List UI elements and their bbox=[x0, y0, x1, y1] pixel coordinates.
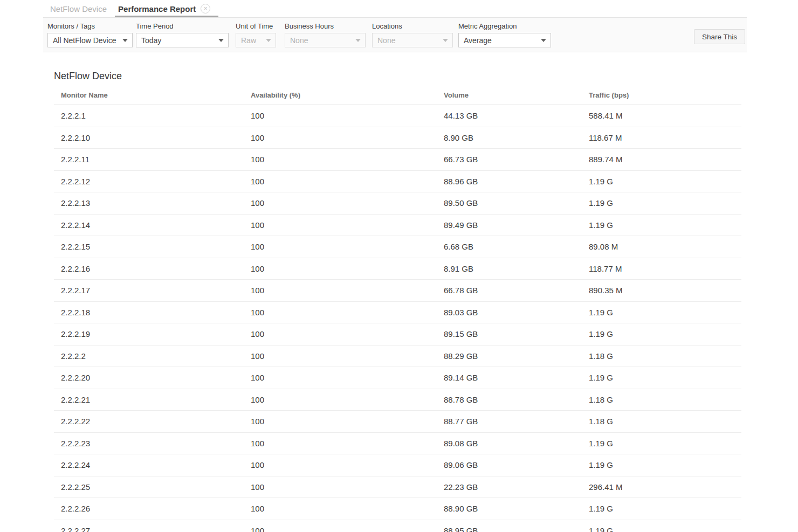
share-this-button[interactable]: Share This bbox=[694, 29, 745, 44]
volume-cell: 89.50 GB bbox=[437, 192, 582, 215]
monitor-name-cell: 2.2.2.12 bbox=[54, 170, 244, 192]
table-row: 2.2.2.2710088.95 GB1.19 G bbox=[54, 520, 741, 532]
volume-cell: 89.15 GB bbox=[437, 323, 582, 346]
availability-cell: 100 bbox=[244, 389, 437, 411]
table-header-row: Monitor NameAvailability (%)VolumeTraffi… bbox=[54, 89, 741, 105]
volume-cell: 88.78 GB bbox=[437, 389, 582, 411]
filter-business-hours: Business HoursNone bbox=[285, 22, 366, 47]
filter-unit-of-time: Unit of TimeRaw bbox=[236, 22, 276, 47]
table-row: 2.2.2.1310089.50 GB1.19 G bbox=[54, 192, 741, 215]
table-row: 2.2.2.2210088.77 GB1.18 G bbox=[54, 411, 741, 433]
traffic-cell: 588.41 M bbox=[582, 105, 741, 127]
table-row: 2.2.2.2510022.23 GB296.41 M bbox=[54, 476, 741, 498]
column-header-volume: Volume bbox=[437, 89, 582, 105]
filter-groups: Monitors / TagsAll NetFlow DeviceTime Pe… bbox=[43, 22, 551, 47]
availability-cell: 100 bbox=[244, 127, 437, 149]
chevron-down-icon bbox=[541, 39, 546, 42]
volume-cell: 89.03 GB bbox=[437, 301, 582, 323]
select-value: Today bbox=[141, 36, 161, 45]
monitor-name-cell: 2.2.2.18 bbox=[54, 301, 244, 323]
monitor-name-cell: 2.2.2.11 bbox=[54, 149, 244, 171]
select-value: None bbox=[290, 36, 308, 45]
traffic-cell: 1.19 G bbox=[582, 192, 741, 215]
filter-bar: Monitors / TagsAll NetFlow DeviceTime Pe… bbox=[43, 18, 747, 52]
traffic-cell: 1.19 G bbox=[582, 432, 741, 454]
monitor-name-cell: 2.2.2.20 bbox=[54, 367, 244, 389]
traffic-cell: 1.19 G bbox=[582, 323, 741, 346]
traffic-cell: 296.41 M bbox=[582, 476, 741, 498]
availability-cell: 100 bbox=[244, 476, 437, 498]
locations-select: None bbox=[372, 33, 453, 47]
filter-label: Time Period bbox=[136, 22, 229, 30]
volume-cell: 88.29 GB bbox=[437, 345, 582, 367]
chevron-down-icon bbox=[122, 39, 128, 42]
tab-label: Performance Report bbox=[118, 4, 196, 13]
close-icon[interactable]: × bbox=[201, 4, 210, 13]
filter-metric-aggregation: Metric AggregationAverage bbox=[458, 22, 551, 47]
tab-performance-report[interactable]: Performance Report × bbox=[115, 0, 218, 17]
table-row: 2.2.2.2110088.78 GB1.18 G bbox=[54, 389, 741, 411]
table-row: 2.2.2.210088.29 GB1.18 G bbox=[54, 345, 741, 367]
unit-of-time-select: Raw bbox=[236, 33, 276, 47]
traffic-cell: 889.74 M bbox=[582, 149, 741, 171]
chevron-down-icon bbox=[218, 39, 224, 42]
time-period-select[interactable]: Today bbox=[136, 33, 229, 47]
traffic-cell: 890.35 M bbox=[582, 280, 741, 302]
traffic-cell: 1.18 G bbox=[582, 389, 741, 411]
table-row: 2.2.2.2310089.08 GB1.19 G bbox=[54, 432, 741, 454]
monitor-name-cell: 2.2.2.23 bbox=[54, 432, 244, 454]
business-hours-select: None bbox=[285, 33, 366, 47]
table-row: 2.2.2.2010089.14 GB1.19 G bbox=[54, 367, 741, 389]
traffic-cell: 1.19 G bbox=[582, 520, 741, 532]
availability-cell: 100 bbox=[244, 498, 437, 520]
select-value: None bbox=[377, 36, 395, 45]
chevron-down-icon bbox=[266, 39, 271, 42]
volume-cell: 88.95 GB bbox=[437, 520, 582, 532]
metric-aggregation-select[interactable]: Average bbox=[458, 33, 551, 47]
monitors-tags-select[interactable]: All NetFlow Device bbox=[47, 33, 133, 47]
monitor-name-cell: 2.2.2.27 bbox=[54, 520, 244, 532]
report-area: NetFlow Device Monitor NameAvailability … bbox=[43, 52, 747, 532]
tab-bar: NetFlow Device Performance Report × bbox=[43, 0, 747, 18]
monitor-name-cell: 2.2.2.2 bbox=[54, 345, 244, 367]
filter-label: Monitors / Tags bbox=[47, 22, 133, 30]
column-header-monitor-name: Monitor Name bbox=[54, 89, 244, 105]
availability-cell: 100 bbox=[244, 149, 437, 171]
table-row: 2.2.2.110044.13 GB588.41 M bbox=[54, 105, 741, 127]
availability-cell: 100 bbox=[244, 411, 437, 433]
traffic-cell: 1.19 G bbox=[582, 214, 741, 236]
volume-cell: 89.49 GB bbox=[437, 214, 582, 236]
volume-cell: 8.91 GB bbox=[437, 258, 582, 280]
filter-label: Unit of Time bbox=[236, 22, 276, 30]
volume-cell: 89.06 GB bbox=[437, 454, 582, 476]
monitor-name-cell: 2.2.2.22 bbox=[54, 411, 244, 433]
tab-netflow-device[interactable]: NetFlow Device bbox=[43, 0, 115, 17]
traffic-cell: 118.67 M bbox=[582, 127, 741, 149]
monitor-name-cell: 2.2.2.19 bbox=[54, 323, 244, 346]
table-row: 2.2.2.1410089.49 GB1.19 G bbox=[54, 214, 741, 236]
monitor-name-cell: 2.2.2.26 bbox=[54, 498, 244, 520]
table-row: 2.2.2.151006.68 GB89.08 M bbox=[54, 236, 741, 258]
monitor-name-cell: 2.2.2.10 bbox=[54, 127, 244, 149]
filter-label: Business Hours bbox=[285, 22, 366, 30]
select-value: Average bbox=[464, 36, 492, 45]
table-row: 2.2.2.1210088.96 GB1.19 G bbox=[54, 170, 741, 192]
monitor-name-cell: 2.2.2.13 bbox=[54, 192, 244, 215]
availability-cell: 100 bbox=[244, 520, 437, 532]
monitor-name-cell: 2.2.2.1 bbox=[54, 105, 244, 127]
table-row: 2.2.2.2610088.90 GB1.19 G bbox=[54, 498, 741, 520]
volume-cell: 89.08 GB bbox=[437, 432, 582, 454]
table-row: 2.2.2.1810089.03 GB1.19 G bbox=[54, 301, 741, 323]
availability-cell: 100 bbox=[244, 105, 437, 127]
volume-cell: 88.90 GB bbox=[437, 498, 582, 520]
filter-label: Locations bbox=[372, 22, 453, 30]
availability-cell: 100 bbox=[244, 323, 437, 346]
monitor-name-cell: 2.2.2.14 bbox=[54, 214, 244, 236]
report-table: Monitor NameAvailability (%)VolumeTraffi… bbox=[54, 89, 741, 532]
traffic-cell: 89.08 M bbox=[582, 236, 741, 258]
traffic-cell: 1.19 G bbox=[582, 454, 741, 476]
select-value: All NetFlow Device bbox=[53, 36, 116, 45]
monitor-name-cell: 2.2.2.25 bbox=[54, 476, 244, 498]
select-value: Raw bbox=[241, 36, 256, 45]
availability-cell: 100 bbox=[244, 170, 437, 192]
